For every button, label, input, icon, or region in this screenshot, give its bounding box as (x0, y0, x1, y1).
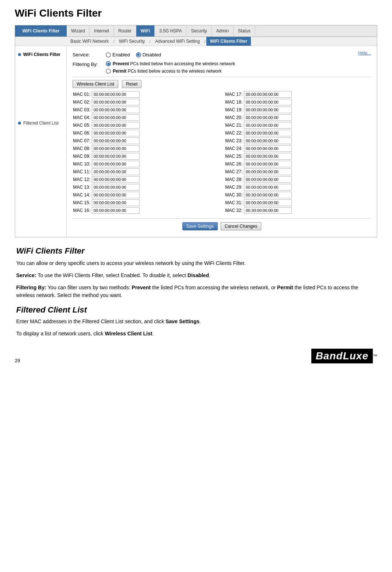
mac-input-8[interactable] (92, 145, 140, 152)
mac-input-5[interactable] (92, 122, 140, 129)
mac-input-2[interactable] (92, 99, 140, 105)
divider-1 (73, 77, 371, 77)
mac-input-4[interactable] (92, 114, 140, 121)
mac-label-20: MAC 20: (225, 115, 242, 120)
mac-input-11[interactable] (92, 168, 140, 175)
mac-input-25[interactable] (244, 153, 292, 160)
mac-input-18[interactable] (244, 99, 292, 105)
mac-input-24[interactable] (244, 145, 292, 152)
cancel-changes-button[interactable]: Cancel Changes (221, 222, 262, 230)
service-enabled-radio[interactable] (106, 52, 111, 57)
subnav-wifi-security[interactable]: WiFi Security (115, 37, 149, 46)
mac-row-right-27: MAC 27: (225, 168, 371, 175)
tab-internet[interactable]: Internet (90, 25, 114, 36)
filter-prevent-radio[interactable] (106, 61, 111, 66)
mac-label-10: MAC 10: (73, 161, 90, 167)
tab-3.5g-hspa[interactable]: 3.5G HSPA (155, 25, 186, 36)
mac-input-16[interactable] (92, 207, 140, 214)
mac-input-32[interactable] (244, 207, 292, 214)
mac-row-left-13: MAC 13: (73, 184, 219, 191)
tab-wizard[interactable]: Wizard (67, 25, 90, 36)
tab-admin[interactable]: Admin (212, 25, 234, 36)
filter-prevent-option[interactable]: Prevent PCs listed below from accessing … (106, 61, 235, 66)
tab-security[interactable]: Security (186, 25, 211, 36)
mac-input-15[interactable] (92, 199, 140, 206)
mac-input-31[interactable] (244, 199, 292, 206)
desc-service-heading: Service: (16, 272, 36, 278)
mac-row-left-8: MAC 08: (73, 145, 219, 152)
mac-row-left-4: MAC 04: (73, 114, 219, 121)
mac-input-19[interactable] (244, 107, 292, 113)
mac-label-3: MAC 03: (73, 107, 90, 112)
mac-input-7[interactable] (92, 137, 140, 144)
mac-row-right-32: MAC 32: (225, 207, 371, 214)
filter-permit-option[interactable]: Permit PCs listed below access to the wi… (106, 69, 235, 74)
mac-input-28[interactable] (244, 176, 292, 183)
tab-status[interactable]: Status (234, 25, 255, 36)
mac-label-26: MAC 26: (225, 161, 242, 167)
desc-title: WiFi Clients Filter (16, 246, 376, 256)
subnav-advanced-wifi[interactable]: Advanced WiFi Setting (151, 37, 203, 46)
service-row: Service: Enabled Disabled (73, 52, 358, 57)
mac-input-21[interactable] (244, 122, 292, 129)
filter-permit-radio[interactable] (106, 69, 111, 74)
mac-input-1[interactable] (92, 91, 140, 98)
mac-input-27[interactable] (244, 168, 292, 175)
sidebar: WiFi Clients Filter Filtered Client List (15, 46, 67, 237)
service-disabled-radio[interactable] (136, 52, 141, 57)
filter-permit-bold: Permit (113, 69, 126, 74)
mac-input-26[interactable] (244, 161, 292, 167)
reset-button[interactable]: Reset (122, 80, 141, 88)
tab-router[interactable]: Router (114, 25, 136, 36)
mac-label-2: MAC 02: (73, 100, 90, 105)
mac-row-right-22: MAC 22: (225, 130, 371, 136)
sidebar-label-wifi-clients-filter: WiFi Clients Filter (23, 52, 60, 57)
footer: 29 BandLuxe ™ (15, 349, 377, 363)
mac-label-1: MAC 01: (73, 92, 90, 97)
sidebar-item-filtered-client-list[interactable]: Filtered Client List (15, 118, 66, 128)
mac-input-23[interactable] (244, 137, 292, 144)
desc-filtering-text1: You can filter users by two methods: (48, 285, 130, 290)
mac-label-6: MAC 06: (73, 130, 90, 136)
client-list-header: Wireless Client List Reset (73, 80, 371, 88)
mac-input-17[interactable] (244, 91, 292, 98)
service-enabled-option[interactable]: Enabled (106, 52, 130, 57)
mac-input-13[interactable] (92, 184, 140, 191)
desc-filtering-text2: the listed PCs from accessing the wirele… (152, 285, 276, 290)
mac-label-25: MAC 25: (225, 154, 242, 159)
mac-input-14[interactable] (92, 192, 140, 198)
mac-input-12[interactable] (92, 176, 140, 183)
mac-input-22[interactable] (244, 130, 292, 136)
sidebar-dot-1 (18, 53, 21, 56)
subnav-wifi-clients-filter[interactable]: WiFi Clients Filter (206, 37, 251, 46)
mac-row-left-3: MAC 03: (73, 107, 219, 113)
mac-row-right-31: MAC 31: (225, 199, 371, 206)
wireless-client-list-button[interactable]: Wireless Client List (73, 80, 118, 88)
mac-label-8: MAC 08: (73, 146, 90, 151)
mac-row-left-14: MAC 14: (73, 192, 219, 198)
brand-logo: BandLuxe ™ (311, 349, 377, 363)
mac-input-10[interactable] (92, 161, 140, 167)
top-nav: WiFi Clients Filter Wizard Internet Rout… (15, 25, 377, 37)
save-settings-button[interactable]: Save Settings (182, 222, 218, 230)
mac-address-table: MAC 01: MAC 17: MAC 02: MAC 18: MAC 03: … (73, 91, 371, 214)
mac-label-13: MAC 13: (73, 185, 90, 190)
sidebar-item-wifi-clients-filter[interactable]: WiFi Clients Filter (15, 50, 66, 59)
mac-input-30[interactable] (244, 192, 292, 198)
bottom-buttons: Save Settings Cancel Changes (73, 218, 371, 233)
service-disabled-option[interactable]: Disabled (136, 52, 161, 57)
mac-label-21: MAC 21: (225, 123, 242, 128)
main-form: Help... Service: Enabled Disabled F (67, 46, 377, 237)
mac-input-20[interactable] (244, 114, 292, 121)
help-link[interactable]: Help... (358, 50, 371, 56)
tab-wifi[interactable]: WiFi (136, 25, 155, 36)
desc-filtered-period2: . (152, 331, 154, 336)
mac-label-11: MAC 11: (73, 169, 90, 174)
mac-input-9[interactable] (92, 153, 140, 160)
mac-input-3[interactable] (92, 107, 140, 113)
mac-input-29[interactable] (244, 184, 292, 191)
subnav-basic-wifi[interactable]: Basic WiFi Network (67, 37, 112, 46)
mac-input-6[interactable] (92, 130, 140, 136)
filter-prevent-text: Prevent PCs listed below from accessing … (113, 61, 235, 66)
sub-nav: Basic WiFi Network / WiFi Security / Adv… (15, 37, 377, 46)
